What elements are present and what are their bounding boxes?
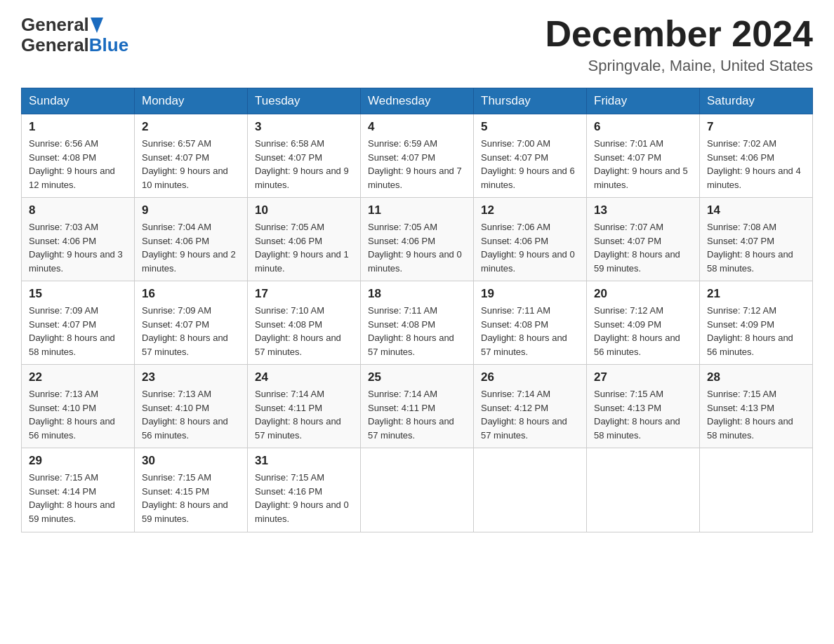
- day-number: 7: [707, 120, 805, 134]
- day-number: 8: [29, 203, 127, 217]
- day-number: 10: [255, 203, 353, 217]
- title-section: December 2024 Springvale, Maine, United …: [545, 14, 813, 75]
- table-row: 27 Sunrise: 7:15 AMSunset: 4:13 PMDaylig…: [587, 365, 700, 448]
- calendar-week-row: 29 Sunrise: 7:15 AMSunset: 4:14 PMDaylig…: [22, 448, 813, 532]
- logo-arrow-icon: [91, 18, 103, 33]
- table-row: [474, 448, 587, 532]
- day-number: 3: [255, 120, 353, 134]
- day-info: Sunrise: 7:02 AMSunset: 4:06 PMDaylight:…: [707, 138, 801, 190]
- day-info: Sunrise: 7:09 AMSunset: 4:07 PMDaylight:…: [142, 305, 228, 357]
- day-number: 16: [142, 287, 240, 301]
- day-number: 20: [594, 287, 692, 301]
- calendar-week-row: 8 Sunrise: 7:03 AMSunset: 4:06 PMDayligh…: [22, 198, 813, 281]
- day-info: Sunrise: 7:11 AMSunset: 4:08 PMDaylight:…: [481, 305, 567, 357]
- table-row: 14 Sunrise: 7:08 AMSunset: 4:07 PMDaylig…: [700, 198, 813, 281]
- table-row: 24 Sunrise: 7:14 AMSunset: 4:11 PMDaylig…: [248, 365, 361, 448]
- day-info: Sunrise: 7:07 AMSunset: 4:07 PMDaylight:…: [594, 222, 680, 274]
- day-number: 2: [142, 120, 240, 134]
- day-number: 19: [481, 287, 579, 301]
- day-info: Sunrise: 7:12 AMSunset: 4:09 PMDaylight:…: [594, 305, 680, 357]
- table-row: 9 Sunrise: 7:04 AMSunset: 4:06 PMDayligh…: [135, 198, 248, 281]
- day-number: 26: [481, 370, 579, 384]
- day-number: 4: [368, 120, 466, 134]
- svg-marker-0: [91, 18, 103, 33]
- location-text: Springvale, Maine, United States: [545, 57, 813, 75]
- logo: General GeneralBlue: [21, 14, 128, 56]
- day-info: Sunrise: 7:15 AMSunset: 4:14 PMDaylight:…: [29, 472, 115, 524]
- day-info: Sunrise: 6:58 AMSunset: 4:07 PMDaylight:…: [255, 138, 349, 190]
- day-number: 30: [142, 454, 240, 468]
- logo-general-part: General: [21, 14, 89, 36]
- day-info: Sunrise: 7:05 AMSunset: 4:06 PMDaylight:…: [368, 222, 462, 274]
- calendar-week-row: 1 Sunrise: 6:56 AMSunset: 4:08 PMDayligh…: [22, 114, 813, 198]
- header-friday: Friday: [587, 88, 700, 114]
- day-number: 1: [29, 120, 127, 134]
- table-row: 2 Sunrise: 6:57 AMSunset: 4:07 PMDayligh…: [135, 114, 248, 198]
- table-row: 26 Sunrise: 7:14 AMSunset: 4:12 PMDaylig…: [474, 365, 587, 448]
- table-row: 23 Sunrise: 7:13 AMSunset: 4:10 PMDaylig…: [135, 365, 248, 448]
- day-info: Sunrise: 7:08 AMSunset: 4:07 PMDaylight:…: [707, 222, 793, 274]
- day-number: 13: [594, 203, 692, 217]
- day-info: Sunrise: 6:59 AMSunset: 4:07 PMDaylight:…: [368, 138, 462, 190]
- day-info: Sunrise: 7:14 AMSunset: 4:11 PMDaylight:…: [368, 389, 454, 441]
- day-number: 24: [255, 370, 353, 384]
- day-number: 12: [481, 203, 579, 217]
- day-info: Sunrise: 7:05 AMSunset: 4:06 PMDaylight:…: [255, 222, 349, 274]
- day-number: 6: [594, 120, 692, 134]
- table-row: 31 Sunrise: 7:15 AMSunset: 4:16 PMDaylig…: [248, 448, 361, 532]
- table-row: 16 Sunrise: 7:09 AMSunset: 4:07 PMDaylig…: [135, 281, 248, 365]
- table-row: 5 Sunrise: 7:00 AMSunset: 4:07 PMDayligh…: [474, 114, 587, 198]
- day-number: 21: [707, 287, 805, 301]
- day-info: Sunrise: 6:56 AMSunset: 4:08 PMDaylight:…: [29, 138, 115, 190]
- day-number: 17: [255, 287, 353, 301]
- day-info: Sunrise: 7:12 AMSunset: 4:09 PMDaylight:…: [707, 305, 793, 357]
- table-row: 28 Sunrise: 7:15 AMSunset: 4:13 PMDaylig…: [700, 365, 813, 448]
- table-row: 20 Sunrise: 7:12 AMSunset: 4:09 PMDaylig…: [587, 281, 700, 365]
- page-header: General GeneralBlue December 2024 Spring…: [21, 14, 813, 75]
- table-row: 10 Sunrise: 7:05 AMSunset: 4:06 PMDaylig…: [248, 198, 361, 281]
- day-number: 11: [368, 203, 466, 217]
- calendar-week-row: 22 Sunrise: 7:13 AMSunset: 4:10 PMDaylig…: [22, 365, 813, 448]
- day-info: Sunrise: 7:01 AMSunset: 4:07 PMDaylight:…: [594, 138, 688, 190]
- table-row: [361, 448, 474, 532]
- table-row: 3 Sunrise: 6:58 AMSunset: 4:07 PMDayligh…: [248, 114, 361, 198]
- table-row: 21 Sunrise: 7:12 AMSunset: 4:09 PMDaylig…: [700, 281, 813, 365]
- logo-blue-text: Blue: [89, 34, 128, 55]
- day-info: Sunrise: 7:10 AMSunset: 4:08 PMDaylight:…: [255, 305, 341, 357]
- day-info: Sunrise: 7:13 AMSunset: 4:10 PMDaylight:…: [142, 389, 228, 441]
- table-row: 12 Sunrise: 7:06 AMSunset: 4:06 PMDaylig…: [474, 198, 587, 281]
- day-info: Sunrise: 7:03 AMSunset: 4:06 PMDaylight:…: [29, 222, 123, 274]
- table-row: 17 Sunrise: 7:10 AMSunset: 4:08 PMDaylig…: [248, 281, 361, 365]
- day-number: 29: [29, 454, 127, 468]
- header-wednesday: Wednesday: [361, 88, 474, 114]
- day-info: Sunrise: 6:57 AMSunset: 4:07 PMDaylight:…: [142, 138, 228, 190]
- day-number: 23: [142, 370, 240, 384]
- day-info: Sunrise: 7:04 AMSunset: 4:06 PMDaylight:…: [142, 222, 236, 274]
- day-info: Sunrise: 7:14 AMSunset: 4:11 PMDaylight:…: [255, 389, 341, 441]
- month-title: December 2024: [545, 14, 813, 54]
- day-info: Sunrise: 7:15 AMSunset: 4:15 PMDaylight:…: [142, 472, 228, 524]
- table-row: 11 Sunrise: 7:05 AMSunset: 4:06 PMDaylig…: [361, 198, 474, 281]
- day-number: 9: [142, 203, 240, 217]
- day-info: Sunrise: 7:15 AMSunset: 4:13 PMDaylight:…: [594, 389, 680, 441]
- table-row: 13 Sunrise: 7:07 AMSunset: 4:07 PMDaylig…: [587, 198, 700, 281]
- table-row: [700, 448, 813, 532]
- day-info: Sunrise: 7:09 AMSunset: 4:07 PMDaylight:…: [29, 305, 115, 357]
- day-number: 25: [368, 370, 466, 384]
- table-row: 15 Sunrise: 7:09 AMSunset: 4:07 PMDaylig…: [22, 281, 135, 365]
- day-info: Sunrise: 7:00 AMSunset: 4:07 PMDaylight:…: [481, 138, 575, 190]
- day-info: Sunrise: 7:14 AMSunset: 4:12 PMDaylight:…: [481, 389, 567, 441]
- header-monday: Monday: [135, 88, 248, 114]
- day-info: Sunrise: 7:06 AMSunset: 4:06 PMDaylight:…: [481, 222, 575, 274]
- day-info: Sunrise: 7:11 AMSunset: 4:08 PMDaylight:…: [368, 305, 454, 357]
- table-row: 30 Sunrise: 7:15 AMSunset: 4:15 PMDaylig…: [135, 448, 248, 532]
- table-row: 19 Sunrise: 7:11 AMSunset: 4:08 PMDaylig…: [474, 281, 587, 365]
- table-row: [587, 448, 700, 532]
- table-row: 1 Sunrise: 6:56 AMSunset: 4:08 PMDayligh…: [22, 114, 135, 198]
- table-row: 4 Sunrise: 6:59 AMSunset: 4:07 PMDayligh…: [361, 114, 474, 198]
- day-info: Sunrise: 7:13 AMSunset: 4:10 PMDaylight:…: [29, 389, 115, 441]
- day-number: 31: [255, 454, 353, 468]
- table-row: 8 Sunrise: 7:03 AMSunset: 4:06 PMDayligh…: [22, 198, 135, 281]
- header-sunday: Sunday: [22, 88, 135, 114]
- calendar-week-row: 15 Sunrise: 7:09 AMSunset: 4:07 PMDaylig…: [22, 281, 813, 365]
